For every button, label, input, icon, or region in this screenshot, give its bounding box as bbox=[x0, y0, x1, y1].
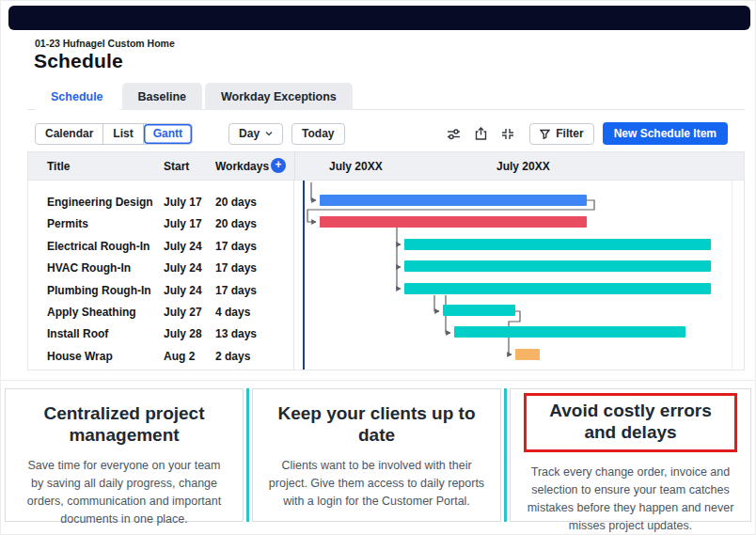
chevron-down-icon bbox=[265, 130, 273, 137]
table-row[interactable]: House Wrap Aug 2 2 days bbox=[28, 346, 293, 368]
task-workdays: 20 days bbox=[215, 196, 257, 209]
zoom-level-value: Day bbox=[239, 127, 260, 140]
today-button[interactable]: Today bbox=[291, 123, 344, 145]
gantt-bar-plumbing-rough-in[interactable] bbox=[404, 283, 711, 294]
task-workdays: 4 days bbox=[215, 306, 250, 319]
task-title: Apply Sheathing bbox=[47, 306, 136, 319]
tab-workday-exceptions[interactable]: Workday Exceptions bbox=[205, 83, 353, 110]
toolbar-icon-group bbox=[447, 127, 514, 140]
new-schedule-item-label: New Schedule Item bbox=[614, 127, 717, 140]
app-window: 01-23 Hufnagel Custom Home Schedule Sche… bbox=[0, 0, 756, 535]
gantt-bar-house-wrap[interactable] bbox=[515, 349, 540, 360]
header-divider bbox=[294, 152, 295, 180]
task-table: Engineering Design July 17 20 days Permi… bbox=[28, 181, 294, 370]
table-row[interactable]: Install Roof July 28 13 days bbox=[28, 323, 293, 345]
zoom-level-dropdown[interactable]: Day bbox=[228, 123, 283, 145]
browser-top-bar bbox=[8, 6, 750, 30]
filter-label: Filter bbox=[556, 127, 583, 140]
sheet-header: Title Start Workdays + July 20XXJuly 20X… bbox=[28, 152, 744, 181]
gantt-bar-hvac-rough-in[interactable] bbox=[404, 260, 711, 272]
today-label: Today bbox=[302, 127, 334, 140]
page-title: Schedule bbox=[34, 50, 123, 72]
month-header: July 20XX bbox=[496, 160, 550, 173]
task-title: Permits bbox=[47, 217, 88, 230]
task-title: Plumbing Rough-In bbox=[47, 284, 151, 297]
new-schedule-item-button[interactable]: New Schedule Item bbox=[603, 122, 728, 145]
task-workdays: 17 days bbox=[215, 261, 257, 275]
funnel-icon bbox=[540, 129, 550, 139]
tab-schedule[interactable]: Schedule bbox=[35, 83, 119, 110]
table-row[interactable]: Permits July 17 20 days bbox=[28, 213, 293, 235]
month-header: July 20XX bbox=[329, 160, 383, 173]
table-row[interactable]: Electrical Rough-In July 24 17 days bbox=[28, 236, 293, 258]
card-body: Save time for everyone on your team by s… bbox=[11, 457, 237, 527]
task-start: July 24 bbox=[164, 261, 202, 275]
highlight-box: Avoid costly errors and delays bbox=[524, 393, 737, 452]
gantt-bar-electrical-rough-in[interactable] bbox=[404, 239, 711, 250]
card-heading: Keep your clients up to date bbox=[259, 402, 495, 446]
add-column-icon[interactable]: + bbox=[271, 158, 286, 173]
task-title: Electrical Rough-In bbox=[47, 240, 150, 253]
share-icon[interactable] bbox=[475, 127, 487, 140]
task-workdays: 17 days bbox=[215, 240, 257, 253]
sheet-body: Engineering Design July 17 20 days Permi… bbox=[28, 181, 744, 370]
card-divider bbox=[504, 388, 507, 522]
card-heading: Avoid costly errors and delays bbox=[528, 400, 732, 443]
task-title: HVAC Rough-In bbox=[47, 261, 131, 275]
gantt-bar-install-roof[interactable] bbox=[454, 326, 685, 338]
feature-cards: Centralized project management Save time… bbox=[5, 388, 753, 522]
gantt-bar-engineering-design[interactable] bbox=[320, 195, 587, 206]
schedule-sheet: Title Start Workdays + July 20XXJuly 20X… bbox=[27, 151, 745, 370]
task-start: Aug 2 bbox=[164, 350, 195, 363]
task-start: July 24 bbox=[164, 284, 202, 297]
task-workdays: 2 days bbox=[215, 350, 250, 363]
gantt-bar-permits[interactable] bbox=[320, 216, 587, 228]
task-title: Install Roof bbox=[47, 327, 108, 340]
table-row[interactable]: HVAC Rough-In July 24 17 days bbox=[28, 258, 293, 279]
table-row[interactable]: Apply Sheathing July 27 4 days bbox=[28, 302, 293, 323]
collapse-icon[interactable] bbox=[501, 128, 514, 140]
adjustments-icon[interactable] bbox=[447, 128, 461, 140]
tab-baseline[interactable]: Baseline bbox=[122, 83, 202, 110]
table-row[interactable]: Plumbing Rough-In July 24 17 days bbox=[28, 280, 293, 302]
breadcrumb[interactable]: 01-23 Hufnagel Custom Home bbox=[35, 38, 175, 49]
table-row[interactable]: Engineering Design July 17 20 days bbox=[28, 192, 293, 213]
view-calendar-button[interactable]: Calendar bbox=[36, 124, 103, 144]
card-body: Track every change order, invoice and se… bbox=[516, 464, 745, 534]
feature-card: Keep your clients up to date Clients wan… bbox=[252, 388, 501, 522]
view-list-button[interactable]: List bbox=[103, 124, 143, 144]
view-switcher: CalendarListGantt bbox=[35, 123, 193, 145]
task-title: House Wrap bbox=[47, 350, 113, 363]
task-workdays: 13 days bbox=[215, 327, 257, 340]
task-title: Engineering Design bbox=[47, 196, 153, 209]
view-gantt-button[interactable]: Gantt bbox=[144, 124, 192, 144]
card-body: Clients want to be involved with their p… bbox=[259, 457, 495, 510]
task-start: July 17 bbox=[164, 196, 202, 209]
column-header-start[interactable]: Start bbox=[164, 160, 189, 173]
tab-bar: ScheduleBaselineWorkday Exceptions bbox=[35, 83, 355, 110]
filter-button[interactable]: Filter bbox=[529, 123, 593, 145]
column-header-workdays[interactable]: Workdays bbox=[215, 160, 269, 173]
column-header-title[interactable]: Title bbox=[47, 160, 70, 173]
task-workdays: 20 days bbox=[215, 217, 257, 230]
feature-card: Avoid costly errors and delays Track eve… bbox=[510, 388, 751, 522]
task-workdays: 17 days bbox=[215, 284, 257, 297]
toolbar: CalendarListGantt Day Today bbox=[35, 122, 728, 145]
gantt-chart bbox=[294, 181, 744, 370]
task-start: July 27 bbox=[164, 306, 202, 319]
feature-card: Centralized project management Save time… bbox=[5, 388, 244, 522]
gantt-bar-apply-sheathing[interactable] bbox=[443, 305, 515, 316]
card-divider bbox=[246, 388, 249, 522]
dependency-connectors bbox=[294, 181, 744, 370]
section-divider bbox=[1, 380, 756, 381]
card-heading: Centralized project management bbox=[11, 402, 237, 446]
task-start: July 24 bbox=[164, 240, 202, 253]
task-start: July 17 bbox=[164, 217, 202, 230]
task-start: July 28 bbox=[164, 327, 202, 340]
